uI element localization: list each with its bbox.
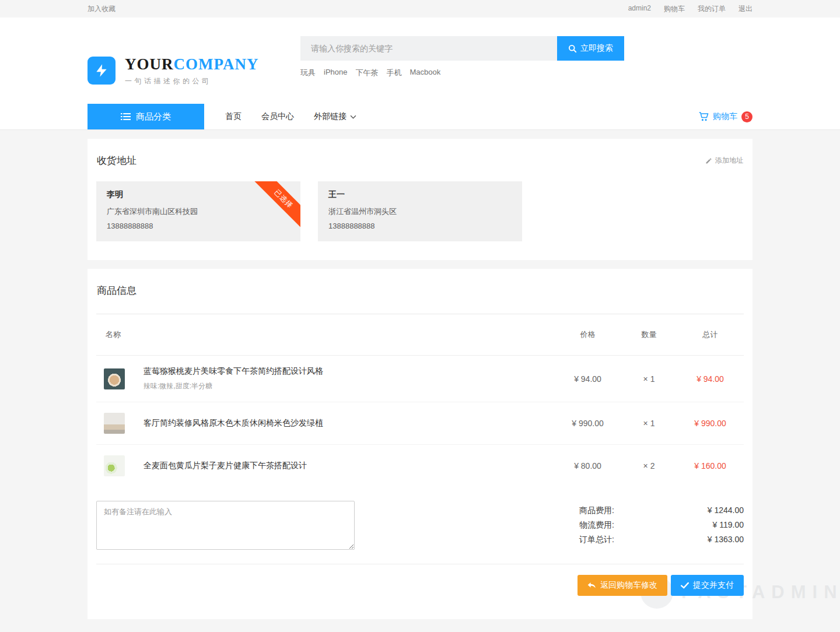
column-name: 名称: [96, 329, 554, 340]
search-icon: [568, 44, 577, 53]
list-icon: [121, 113, 131, 121]
hot-keywords: 玩具 iPhone 下午茶 手机 Macbook: [300, 68, 624, 78]
column-total: 总计: [677, 329, 744, 340]
topbar-cart-link[interactable]: 购物车: [664, 4, 685, 14]
column-qty: 数量: [621, 329, 677, 340]
address-phone: 13888888888: [107, 219, 290, 233]
product-price: ¥ 94.00: [554, 374, 621, 384]
goods-fee-label: 商品费用:: [579, 503, 614, 518]
check-icon: [681, 582, 689, 589]
search-input[interactable]: [300, 36, 557, 61]
add-address-button[interactable]: 添加地址: [705, 156, 743, 166]
nav-external-links[interactable]: 外部链接: [314, 111, 356, 122]
address-card-selected[interactable]: 已选择 李明 广东省深圳市南山区科技园 13888888888: [96, 181, 300, 241]
product-section-title: 商品信息: [97, 284, 136, 297]
header: YOURCOMPANY 一句话描述你的公司 立即搜索 玩具 iPhone 下午茶…: [0, 17, 840, 130]
hot-keyword[interactable]: 手机: [386, 68, 401, 78]
product-total: ¥ 94.00: [677, 374, 744, 384]
search-button[interactable]: 立即搜索: [557, 36, 624, 61]
address-phone: 13888888888: [328, 219, 512, 233]
logout-link[interactable]: 退出: [738, 4, 752, 14]
product-title[interactable]: 客厅简约装修风格原木色木质休闲椅米色沙发绿植: [144, 418, 323, 429]
reply-arrow-icon: [587, 582, 596, 589]
product-title[interactable]: 蓝莓猕猴桃麦片美味零食下午茶简约搭配设计风格: [144, 366, 323, 377]
nav-home[interactable]: 首页: [225, 111, 242, 122]
username-link[interactable]: admin2: [628, 4, 651, 14]
shipping-fee-label: 物流费用:: [579, 518, 614, 532]
brand-name: YOURCOMPANY: [125, 55, 258, 73]
table-row: 全麦面包黄瓜片梨子麦片健康下午茶搭配设计 ¥ 80.00 × 2 ¥ 160.0…: [96, 445, 744, 487]
product-qty: × 2: [621, 461, 677, 471]
topbar: 加入收藏 admin2 购物车 我的订单 退出: [0, 0, 840, 17]
product-total: ¥ 990.00: [677, 419, 744, 428]
shipping-address-panel: 收货地址 添加地址 已选择 李明 广东省深圳市南山区科技园 1388888888…: [88, 139, 752, 260]
product-spec: 辣味:微辣,甜度:半分糖: [144, 381, 323, 391]
order-total-label: 订单总计:: [579, 532, 614, 547]
product-info-panel: 商品信息 名称 价格 数量 总计 蓝莓猕猴桃麦片美味零食下午茶简约搭配设计风格 …: [88, 269, 752, 619]
hot-keyword[interactable]: 下午茶: [355, 68, 378, 78]
address-detail: 浙江省温州市洞头区: [328, 204, 512, 219]
product-thumbnail[interactable]: [104, 368, 125, 389]
product-thumbnail[interactable]: [104, 455, 125, 476]
category-button[interactable]: 商品分类: [88, 104, 204, 129]
product-price: ¥ 990.00: [554, 419, 621, 428]
shipping-fee-value: ¥ 119.00: [713, 518, 744, 532]
product-qty: × 1: [621, 374, 677, 384]
my-orders-link[interactable]: 我的订单: [698, 4, 726, 14]
product-title[interactable]: 全麦面包黄瓜片梨子麦片健康下午茶搭配设计: [144, 461, 307, 471]
company-logo[interactable]: YOURCOMPANY 一句话描述你的公司: [88, 37, 245, 104]
order-total-value: ¥ 1363.00: [708, 532, 744, 547]
goods-fee-value: ¥ 1244.00: [708, 503, 744, 518]
pencil-icon: [705, 157, 712, 164]
product-price: ¥ 80.00: [554, 461, 621, 471]
order-notes-input[interactable]: [96, 501, 355, 550]
add-favorite-link[interactable]: 加入收藏: [88, 4, 116, 14]
product-total: ¥ 160.00: [677, 461, 744, 471]
table-header: 名称 价格 数量 总计: [96, 314, 744, 356]
nav-cart-button[interactable]: 购物车 5: [699, 111, 752, 122]
chevron-down-icon: [350, 115, 356, 119]
product-thumbnail[interactable]: [104, 413, 125, 434]
address-detail: 广东省深圳市南山区科技园: [107, 204, 290, 219]
hot-keyword[interactable]: 玩具: [300, 68, 316, 78]
hot-keyword[interactable]: Macbook: [410, 68, 440, 78]
brand-tagline: 一句话描述你的公司: [125, 76, 258, 86]
hot-keyword[interactable]: iPhone: [324, 68, 347, 78]
submit-and-pay-button[interactable]: 提交并支付: [671, 575, 744, 596]
order-summary: 商品费用: ¥ 1244.00 物流费用: ¥ 119.00 订单总计: ¥ 1…: [579, 501, 744, 550]
cart-icon: [699, 112, 709, 121]
main-nav: 商品分类 首页 会员中心 外部链接 购物车 5: [0, 104, 840, 130]
back-to-cart-button[interactable]: 返回购物车修改: [578, 575, 667, 596]
product-table: 名称 价格 数量 总计 蓝莓猕猴桃麦片美味零食下午茶简约搭配设计风格 辣味:微辣…: [96, 314, 744, 487]
nav-member-center[interactable]: 会员中心: [261, 111, 294, 122]
table-row: 蓝莓猕猴桃麦片美味零食下午茶简约搭配设计风格 辣味:微辣,甜度:半分糖 ¥ 94…: [96, 356, 744, 402]
product-qty: × 1: [621, 419, 677, 428]
column-price: 价格: [554, 329, 621, 340]
table-row: 客厅简约装修风格原木色木质休闲椅米色沙发绿植 ¥ 990.00 × 1 ¥ 99…: [96, 402, 744, 445]
cart-count-badge: 5: [741, 111, 752, 122]
address-card[interactable]: 王一 浙江省温州市洞头区 13888888888: [318, 181, 522, 241]
address-name: 王一: [328, 189, 512, 200]
address-section-title: 收货地址: [97, 154, 136, 167]
address-name: 李明: [107, 189, 290, 200]
lightning-bolt-icon: [88, 57, 116, 85]
